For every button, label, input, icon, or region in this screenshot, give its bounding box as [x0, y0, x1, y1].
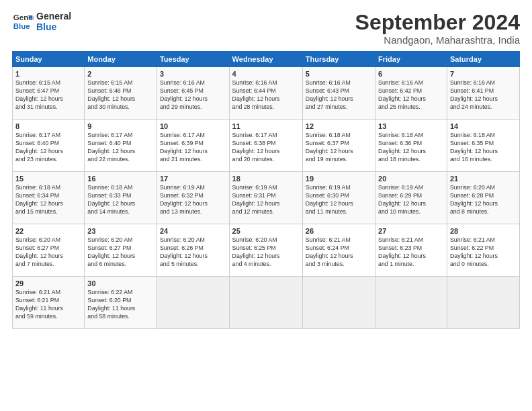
calendar-cell: 7Sunrise: 6:16 AM Sunset: 6:41 PM Daylig… [447, 67, 519, 120]
calendar-cell: 16Sunrise: 6:18 AM Sunset: 6:33 PM Dayli… [85, 172, 157, 224]
calendar-header-monday: Monday [85, 52, 157, 67]
day-info: Sunrise: 6:22 AM Sunset: 6:20 PM Dayligh… [87, 289, 154, 321]
day-info: Sunrise: 6:18 AM Sunset: 6:37 PM Dayligh… [306, 132, 372, 164]
day-info: Sunrise: 6:16 AM Sunset: 6:42 PM Dayligh… [378, 79, 444, 111]
calendar-table: SundayMondayTuesdayWednesdayThursdayFrid… [12, 51, 520, 329]
day-info: Sunrise: 6:20 AM Sunset: 6:27 PM Dayligh… [87, 236, 154, 269]
logo-general: General [36, 11, 71, 21]
calendar-header-row: SundayMondayTuesdayWednesdayThursdayFrid… [13, 52, 520, 67]
day-number: 10 [160, 122, 226, 130]
day-number: 16 [87, 175, 154, 183]
day-info: Sunrise: 6:18 AM Sunset: 6:33 PM Dayligh… [87, 184, 154, 216]
calendar-cell: 14Sunrise: 6:18 AM Sunset: 6:35 PM Dayli… [447, 120, 519, 172]
calendar-cell: 29Sunrise: 6:21 AM Sunset: 6:21 PM Dayli… [13, 277, 85, 329]
day-number: 12 [306, 122, 372, 130]
page: General Blue General Blue September 2024… [0, 0, 532, 411]
day-number: 25 [232, 227, 300, 235]
day-info: Sunrise: 6:18 AM Sunset: 6:36 PM Dayligh… [378, 132, 444, 164]
calendar-cell [375, 277, 447, 329]
calendar-cell: 10Sunrise: 6:17 AM Sunset: 6:39 PM Dayli… [157, 120, 229, 172]
day-info: Sunrise: 6:20 AM Sunset: 6:27 PM Dayligh… [15, 236, 81, 269]
calendar-cell: 28Sunrise: 6:21 AM Sunset: 6:22 PM Dayli… [447, 224, 519, 277]
day-info: Sunrise: 6:21 AM Sunset: 6:23 PM Dayligh… [378, 236, 444, 269]
day-number: 13 [378, 122, 444, 130]
day-info: Sunrise: 6:17 AM Sunset: 6:39 PM Dayligh… [160, 132, 226, 164]
day-number: 29 [15, 279, 81, 287]
calendar-cell: 12Sunrise: 6:18 AM Sunset: 6:37 PM Dayli… [302, 120, 375, 172]
day-info: Sunrise: 6:21 AM Sunset: 6:22 PM Dayligh… [450, 236, 517, 269]
day-info: Sunrise: 6:19 AM Sunset: 6:30 PM Dayligh… [306, 184, 372, 216]
calendar-cell: 26Sunrise: 6:21 AM Sunset: 6:24 PM Dayli… [302, 224, 375, 277]
day-number: 1 [15, 70, 81, 78]
day-info: Sunrise: 6:15 AM Sunset: 6:47 PM Dayligh… [15, 79, 81, 111]
calendar-header-wednesday: Wednesday [229, 52, 302, 67]
logo: General Blue General Blue [12, 11, 71, 32]
calendar-cell: 20Sunrise: 6:19 AM Sunset: 6:29 PM Dayli… [375, 172, 447, 224]
calendar-cell: 18Sunrise: 6:19 AM Sunset: 6:31 PM Dayli… [229, 172, 302, 224]
calendar-cell: 15Sunrise: 6:18 AM Sunset: 6:34 PM Dayli… [13, 172, 85, 224]
day-number: 23 [87, 227, 154, 235]
calendar-cell: 24Sunrise: 6:20 AM Sunset: 6:26 PM Dayli… [157, 224, 229, 277]
day-info: Sunrise: 6:17 AM Sunset: 6:40 PM Dayligh… [15, 132, 81, 164]
calendar-week-3: 22Sunrise: 6:20 AM Sunset: 6:27 PM Dayli… [13, 224, 520, 277]
subtitle: Nandgaon, Maharashtra, India [355, 34, 520, 46]
calendar-week-0: 1Sunrise: 6:15 AM Sunset: 6:47 PM Daylig… [13, 67, 520, 120]
day-info: Sunrise: 6:18 AM Sunset: 6:34 PM Dayligh… [15, 184, 81, 216]
day-number: 14 [450, 122, 517, 130]
calendar-cell: 3Sunrise: 6:16 AM Sunset: 6:45 PM Daylig… [157, 67, 229, 120]
calendar-cell [447, 277, 519, 329]
day-info: Sunrise: 6:16 AM Sunset: 6:41 PM Dayligh… [450, 79, 517, 111]
day-number: 17 [160, 175, 226, 183]
calendar-cell [229, 277, 302, 329]
calendar-cell: 4Sunrise: 6:16 AM Sunset: 6:44 PM Daylig… [229, 67, 302, 120]
day-number: 30 [87, 279, 154, 287]
day-number: 28 [450, 227, 517, 235]
day-number: 15 [15, 175, 81, 183]
calendar-cell: 2Sunrise: 6:15 AM Sunset: 6:46 PM Daylig… [85, 67, 157, 120]
day-number: 8 [15, 122, 81, 130]
calendar-cell: 8Sunrise: 6:17 AM Sunset: 6:40 PM Daylig… [13, 120, 85, 172]
main-title: September 2024 [355, 11, 520, 34]
day-number: 26 [306, 227, 372, 235]
day-info: Sunrise: 6:19 AM Sunset: 6:32 PM Dayligh… [160, 184, 226, 216]
day-number: 11 [232, 122, 300, 130]
day-info: Sunrise: 6:20 AM Sunset: 6:28 PM Dayligh… [450, 184, 517, 216]
day-number: 4 [232, 70, 300, 78]
day-info: Sunrise: 6:16 AM Sunset: 6:44 PM Dayligh… [232, 79, 300, 111]
day-info: Sunrise: 6:17 AM Sunset: 6:40 PM Dayligh… [87, 132, 154, 164]
svg-text:Blue: Blue [13, 22, 31, 30]
calendar-cell: 1Sunrise: 6:15 AM Sunset: 6:47 PM Daylig… [13, 67, 85, 120]
calendar-cell: 30Sunrise: 6:22 AM Sunset: 6:20 PM Dayli… [85, 277, 157, 329]
calendar-cell: 25Sunrise: 6:20 AM Sunset: 6:25 PM Dayli… [229, 224, 302, 277]
day-number: 22 [15, 227, 81, 235]
calendar-header-sunday: Sunday [13, 52, 85, 67]
calendar-cell [157, 277, 229, 329]
day-number: 3 [160, 70, 226, 78]
day-info: Sunrise: 6:18 AM Sunset: 6:35 PM Dayligh… [450, 132, 517, 164]
day-info: Sunrise: 6:21 AM Sunset: 6:21 PM Dayligh… [15, 289, 81, 321]
calendar-header-thursday: Thursday [302, 52, 375, 67]
calendar-cell: 6Sunrise: 6:16 AM Sunset: 6:42 PM Daylig… [375, 67, 447, 120]
calendar-cell: 19Sunrise: 6:19 AM Sunset: 6:30 PM Dayli… [302, 172, 375, 224]
day-number: 19 [306, 175, 372, 183]
day-number: 6 [378, 70, 444, 78]
day-number: 21 [450, 175, 517, 183]
calendar-cell: 5Sunrise: 6:16 AM Sunset: 6:43 PM Daylig… [302, 67, 375, 120]
calendar-cell: 23Sunrise: 6:20 AM Sunset: 6:27 PM Dayli… [85, 224, 157, 277]
calendar-cell: 13Sunrise: 6:18 AM Sunset: 6:36 PM Dayli… [375, 120, 447, 172]
day-info: Sunrise: 6:15 AM Sunset: 6:46 PM Dayligh… [87, 79, 154, 111]
calendar-cell [302, 277, 375, 329]
day-number: 20 [378, 175, 444, 183]
day-info: Sunrise: 6:16 AM Sunset: 6:45 PM Dayligh… [160, 79, 226, 111]
calendar-header-saturday: Saturday [447, 52, 519, 67]
calendar-week-2: 15Sunrise: 6:18 AM Sunset: 6:34 PM Dayli… [13, 172, 520, 224]
logo-blue: Blue [36, 21, 71, 32]
calendar-header-friday: Friday [375, 52, 447, 67]
title-block: September 2024 Nandgaon, Maharashtra, In… [355, 11, 520, 46]
header: General Blue General Blue September 2024… [12, 11, 520, 46]
calendar-cell: 9Sunrise: 6:17 AM Sunset: 6:40 PM Daylig… [85, 120, 157, 172]
calendar-cell: 11Sunrise: 6:17 AM Sunset: 6:38 PM Dayli… [229, 120, 302, 172]
day-number: 9 [87, 122, 154, 130]
calendar-header-tuesday: Tuesday [157, 52, 229, 67]
day-info: Sunrise: 6:19 AM Sunset: 6:29 PM Dayligh… [378, 184, 444, 216]
